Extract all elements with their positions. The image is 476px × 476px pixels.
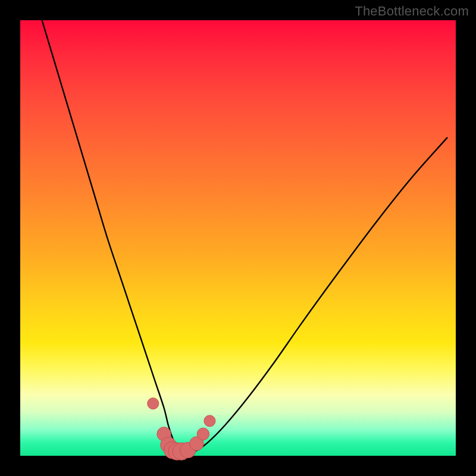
plot-area	[20, 20, 456, 456]
curve-dot	[197, 428, 209, 440]
curve-dots	[148, 398, 215, 461]
chart-svg	[20, 20, 456, 456]
chart-frame: TheBottleneck.com	[0, 0, 476, 476]
watermark-text: TheBottleneck.com	[355, 4, 469, 19]
curve-dot	[204, 415, 215, 427]
bottleneck-curve	[42, 20, 447, 452]
curve-dot	[148, 398, 159, 409]
